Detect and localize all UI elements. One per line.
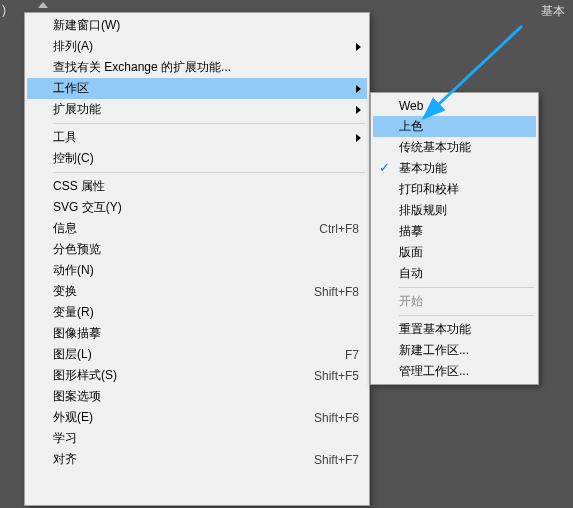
menu-label: 动作(N): [53, 262, 359, 279]
workspace-submenu: Web 上色 传统基本功能 ✓ 基本功能 打印和校样 排版规则 描摹 版面 自动…: [370, 92, 539, 385]
submenu-label: 开始: [399, 293, 528, 310]
submenu-automation[interactable]: 自动: [373, 263, 536, 284]
submenu-label: 新建工作区...: [399, 342, 528, 359]
submenu-label: 基本功能: [399, 160, 528, 177]
topbar-left-fragment: ): [0, 0, 10, 22]
submenu-essentials[interactable]: ✓ 基本功能: [373, 158, 536, 179]
submenu-web[interactable]: Web: [373, 95, 536, 116]
menu-label: 变换: [53, 283, 314, 300]
submenu-tracing[interactable]: 描摹: [373, 221, 536, 242]
menu-shortcut: Shift+F5: [314, 369, 359, 383]
submenu-label: 自动: [399, 265, 528, 282]
menu-css-properties[interactable]: CSS 属性: [27, 176, 367, 197]
menu-label: 学习: [53, 430, 359, 447]
menu-label: 控制(C): [53, 150, 359, 167]
menu-arrange[interactable]: 排列(A): [27, 36, 367, 57]
submenu-manage-workspaces[interactable]: 管理工作区...: [373, 361, 536, 382]
menu-shortcut: Shift+F8: [314, 285, 359, 299]
check-icon: ✓: [379, 161, 390, 174]
submenu-label: 打印和校样: [399, 181, 528, 198]
menu-label: 图形样式(S): [53, 367, 314, 384]
menu-tools[interactable]: 工具: [27, 127, 367, 148]
submenu-printing-proofing[interactable]: 打印和校样: [373, 179, 536, 200]
menu-svg-interactivity[interactable]: SVG 交互(Y): [27, 197, 367, 218]
menu-separator: [399, 287, 534, 288]
menu-label: 分色预览: [53, 241, 359, 258]
submenu-legacy-essentials[interactable]: 传统基本功能: [373, 137, 536, 158]
menu-shortcut: Ctrl+F8: [319, 222, 359, 236]
menu-learn[interactable]: 学习: [27, 428, 367, 449]
menu-find-exchange-extensions[interactable]: 查找有关 Exchange 的扩展功能...: [27, 57, 367, 78]
menu-label: 信息: [53, 220, 319, 237]
menu-label: 新建窗口(W): [53, 17, 359, 34]
menu-variables[interactable]: 变量(R): [27, 302, 367, 323]
menu-graphic-styles[interactable]: 图形样式(S) Shift+F5: [27, 365, 367, 386]
menu-workspace[interactable]: 工作区: [27, 78, 367, 99]
submenu-start[interactable]: 开始: [373, 291, 536, 312]
menu-scroll-up-icon: [38, 2, 48, 8]
submenu-label: Web: [399, 99, 528, 113]
submenu-label: 描摹: [399, 223, 528, 240]
submenu-label: 排版规则: [399, 202, 528, 219]
submenu-label: 上色: [399, 118, 528, 135]
submenu-label: 版面: [399, 244, 528, 261]
submenu-label: 重置基本功能: [399, 321, 528, 338]
menu-separator: [53, 123, 365, 124]
menu-info[interactable]: 信息 Ctrl+F8: [27, 218, 367, 239]
submenu-label: 管理工作区...: [399, 363, 528, 380]
menu-shortcut: Shift+F7: [314, 453, 359, 467]
menu-actions[interactable]: 动作(N): [27, 260, 367, 281]
menu-label: 外观(E): [53, 409, 314, 426]
submenu-painting[interactable]: 上色: [373, 116, 536, 137]
menu-image-trace[interactable]: 图像描摹: [27, 323, 367, 344]
menu-appearance[interactable]: 外观(E) Shift+F6: [27, 407, 367, 428]
menu-label: 图像描摹: [53, 325, 359, 342]
menu-shortcut: F7: [345, 348, 359, 362]
menu-label: 查找有关 Exchange 的扩展功能...: [53, 59, 359, 76]
menu-align[interactable]: 对齐 Shift+F7: [27, 449, 367, 470]
menu-new-window[interactable]: 新建窗口(W): [27, 15, 367, 36]
submenu-layout[interactable]: 版面: [373, 242, 536, 263]
topbar-workspace-label[interactable]: 基本: [541, 3, 565, 20]
menu-separations-preview[interactable]: 分色预览: [27, 239, 367, 260]
menu-label: 扩展功能: [53, 101, 359, 118]
window-menu: 新建窗口(W) 排列(A) 查找有关 Exchange 的扩展功能... 工作区…: [24, 12, 370, 506]
menu-label: 工具: [53, 129, 359, 146]
menu-separator: [53, 172, 365, 173]
menu-label: 图案选项: [53, 388, 359, 405]
menu-extensions[interactable]: 扩展功能: [27, 99, 367, 120]
menu-label: SVG 交互(Y): [53, 199, 359, 216]
submenu-typography[interactable]: 排版规则: [373, 200, 536, 221]
menu-label: 对齐: [53, 451, 314, 468]
submenu-new-workspace[interactable]: 新建工作区...: [373, 340, 536, 361]
submenu-label: 传统基本功能: [399, 139, 528, 156]
menu-shortcut: Shift+F6: [314, 411, 359, 425]
menu-transform[interactable]: 变换 Shift+F8: [27, 281, 367, 302]
menu-label: 图层(L): [53, 346, 345, 363]
menu-label: 变量(R): [53, 304, 359, 321]
menu-label: 工作区: [53, 80, 359, 97]
menu-separator: [399, 315, 534, 316]
menu-pattern-options[interactable]: 图案选项: [27, 386, 367, 407]
menu-label: CSS 属性: [53, 178, 359, 195]
menu-label: 排列(A): [53, 38, 359, 55]
menu-layers[interactable]: 图层(L) F7: [27, 344, 367, 365]
submenu-reset-essentials[interactable]: 重置基本功能: [373, 319, 536, 340]
menu-control[interactable]: 控制(C): [27, 148, 367, 169]
